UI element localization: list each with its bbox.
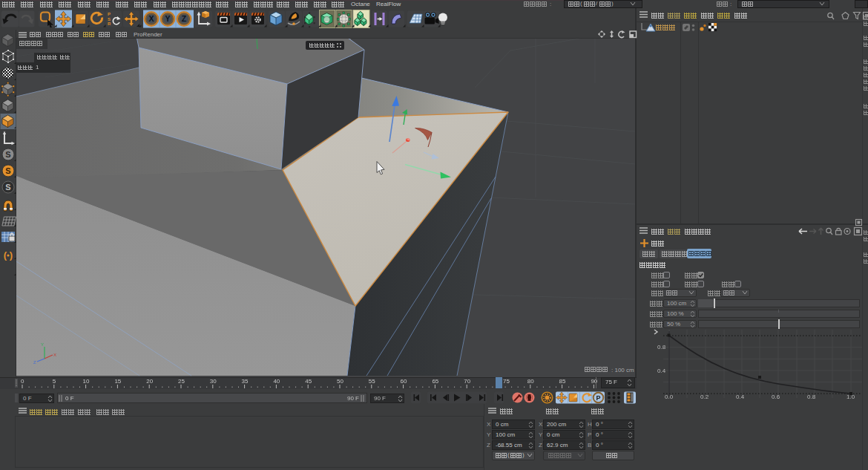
- svg-text:Z: Z: [182, 14, 187, 23]
- svg-text:P: P: [596, 394, 600, 402]
- svg-text:S: S: [5, 183, 10, 192]
- svg-text:P: P: [108, 12, 111, 16]
- svg-text:Z: Z: [33, 360, 36, 365]
- svg-text:S: S: [5, 166, 10, 175]
- svg-text:R: R: [108, 22, 111, 26]
- svg-text:S: S: [5, 150, 10, 159]
- svg-text:X: X: [148, 14, 154, 23]
- svg-text:Y: Y: [165, 14, 170, 23]
- svg-text:Y: Y: [41, 342, 44, 347]
- svg-text:S: S: [108, 17, 111, 22]
- svg-text:X: X: [53, 353, 56, 357]
